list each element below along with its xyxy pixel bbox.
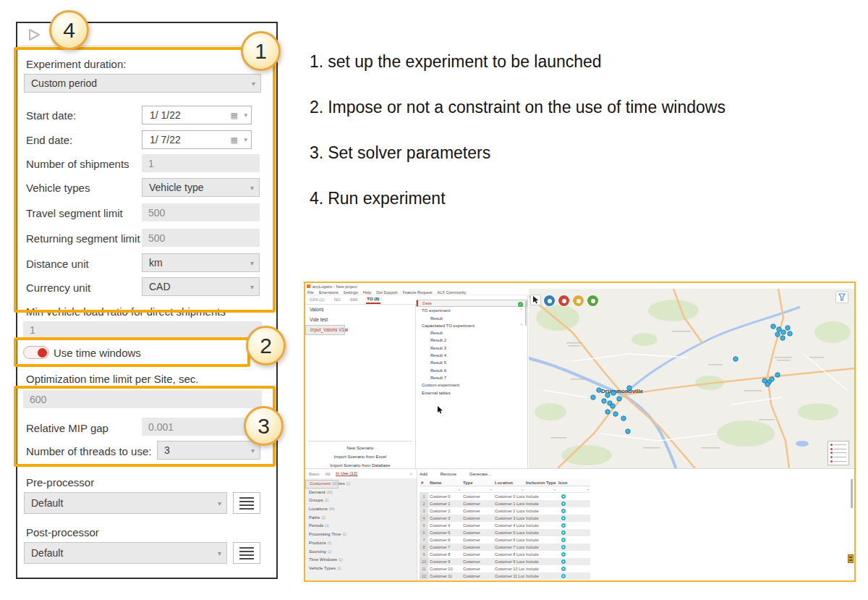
name-cell[interactable]: Customer 11 bbox=[428, 572, 461, 580]
scenario-item[interactable]: Input_Valoris V1 bbox=[305, 325, 345, 335]
type-cell[interactable]: Customer bbox=[461, 522, 493, 529]
tables-list-item[interactable]: Periods(1) bbox=[305, 522, 417, 531]
name-cell[interactable]: Customer 8 bbox=[428, 551, 461, 558]
tables-list-item[interactable]: Sourcing(1) bbox=[305, 548, 417, 557]
customer-marker[interactable] bbox=[770, 377, 774, 381]
customer-marker[interactable] bbox=[627, 386, 631, 390]
tables-list-item[interactable]: Paths(2) bbox=[305, 514, 417, 523]
customer-marker[interactable] bbox=[617, 397, 621, 401]
tables-list-item[interactable]: Locations(44) bbox=[305, 505, 417, 514]
location-cell[interactable]: Customer 1 Loca.. bbox=[493, 500, 524, 507]
map-show-suppliers-button[interactable] bbox=[573, 295, 584, 306]
map-show-paths-button[interactable] bbox=[587, 295, 598, 306]
location-cell[interactable]: Customer 2 Loca.. bbox=[493, 507, 524, 515]
filter-icon[interactable]: ▾ bbox=[522, 488, 523, 491]
map-show-dcs-button[interactable] bbox=[558, 295, 569, 306]
customer-marker[interactable] bbox=[613, 412, 618, 416]
table-row[interactable]: 6Customer 5CustomerCustomer 5 Loca..Incl… bbox=[420, 529, 590, 536]
location-cell[interactable]: Customer 7 Loca.. bbox=[493, 544, 524, 551]
name-cell[interactable]: Customer 0 bbox=[428, 493, 461, 500]
collapse-chevron-icon[interactable]: ⌃ bbox=[519, 307, 523, 314]
pre-processor-menu-button[interactable] bbox=[233, 492, 260, 514]
tables-list-item[interactable]: Vehicle Types(1) bbox=[305, 565, 417, 573]
column-filter-cell[interactable] bbox=[420, 486, 428, 493]
customer-marker[interactable] bbox=[771, 324, 775, 329]
scrollbar[interactable] bbox=[525, 301, 527, 326]
tree-item[interactable]: Result 3 bbox=[416, 345, 527, 352]
customer-marker[interactable] bbox=[626, 429, 630, 434]
table-row[interactable]: 12Customer 11CustomerCustomer 11 Loc..In… bbox=[420, 572, 590, 580]
table-toolbar-button[interactable]: Remove bbox=[441, 472, 456, 476]
tree-item[interactable]: Result bbox=[416, 329, 527, 337]
table-row[interactable]: 9Customer 8CustomerCustomer 8 Loca..Incl… bbox=[420, 551, 590, 558]
customer-marker[interactable] bbox=[733, 357, 738, 361]
map-show-customers-button[interactable] bbox=[544, 295, 555, 306]
type-cell[interactable]: Customer bbox=[461, 507, 493, 515]
customer-marker[interactable] bbox=[780, 336, 785, 340]
post-processor-select[interactable]: Default ▾ bbox=[24, 542, 227, 564]
min-load-input[interactable]: 1 bbox=[23, 321, 262, 339]
table-row[interactable]: 10Customer 9CustomerCustomer 9 Loca..Inc… bbox=[420, 558, 590, 565]
tree-item[interactable]: Result 7 bbox=[416, 374, 527, 381]
filter-icon[interactable]: ▾ bbox=[459, 488, 460, 491]
menu-item[interactable]: ALX Community bbox=[438, 290, 467, 295]
name-cell[interactable]: Customer 2 bbox=[428, 507, 461, 515]
inclusion-cell[interactable]: Include bbox=[524, 529, 557, 536]
tree-item[interactable]: Custom experiment bbox=[416, 381, 527, 389]
scenario-action-button[interactable]: New Scenario bbox=[305, 444, 415, 452]
type-cell[interactable]: Customer bbox=[461, 529, 493, 536]
menu-item[interactable]: Settings bbox=[344, 290, 358, 295]
search-icon[interactable]: ⌕ bbox=[409, 470, 412, 478]
table-row[interactable]: 8Customer 7CustomerCustomer 7 Loca..Incl… bbox=[420, 544, 590, 551]
name-cell[interactable]: Customer 5 bbox=[428, 529, 461, 536]
table-scope-tab[interactable]: All bbox=[326, 472, 331, 476]
column-header[interactable]: # bbox=[420, 479, 428, 486]
run-experiment-button[interactable] bbox=[27, 28, 41, 45]
post-processor-menu-button[interactable] bbox=[233, 542, 260, 564]
location-cell[interactable]: Customer 8 Loca.. bbox=[493, 551, 524, 558]
column-filter-cell[interactable]: ▾ bbox=[493, 486, 524, 493]
customer-marker[interactable] bbox=[775, 373, 780, 377]
inclusion-cell[interactable]: Include bbox=[524, 536, 557, 544]
name-cell[interactable]: Customer 7 bbox=[428, 544, 461, 551]
app-tab[interactable]: TO (8) bbox=[366, 295, 380, 304]
name-cell[interactable]: Customer 6 bbox=[428, 536, 461, 544]
type-cell[interactable]: Customer bbox=[461, 500, 493, 507]
column-header[interactable]: Type bbox=[461, 479, 493, 486]
table-row[interactable]: 3Customer 2CustomerCustomer 2 Loca..Incl… bbox=[420, 507, 590, 515]
location-cell[interactable]: Customer 9 Loca.. bbox=[493, 558, 524, 565]
table-scope-tab[interactable]: Basic bbox=[309, 472, 320, 476]
type-cell[interactable]: Customer bbox=[461, 544, 493, 551]
tree-item[interactable]: External tables bbox=[416, 389, 527, 397]
pre-processor-select[interactable]: Default ▾ bbox=[24, 492, 227, 514]
table-toolbar-button[interactable]: Generate... bbox=[469, 472, 491, 476]
tree-item[interactable]: Result 5 bbox=[416, 359, 527, 366]
map-filter-button[interactable] bbox=[835, 291, 848, 303]
customer-marker[interactable] bbox=[597, 388, 601, 392]
table-row[interactable]: 5Customer 4CustomerCustomer 4 Loca..Incl… bbox=[420, 522, 590, 529]
table-row[interactable]: 11Customer 10CustomerCustomer 10 Loc..In… bbox=[420, 565, 590, 572]
inclusion-cell[interactable]: Include bbox=[524, 522, 557, 529]
type-cell[interactable]: Customer bbox=[461, 572, 493, 580]
tables-list-item[interactable]: Customers(30) bbox=[305, 480, 339, 489]
menu-item[interactable]: Get Support bbox=[376, 290, 398, 295]
inclusion-cell[interactable]: Include bbox=[524, 572, 557, 580]
tree-item[interactable]: Result 4 bbox=[416, 352, 527, 359]
table-row[interactable]: 4Customer 3CustomerCustomer 3 Loca..Incl… bbox=[420, 515, 590, 522]
inclusion-cell[interactable]: Include bbox=[524, 515, 557, 522]
tree-item[interactable]: Result bbox=[416, 315, 527, 322]
type-cell[interactable]: Customer bbox=[461, 558, 493, 565]
menu-item[interactable]: File bbox=[307, 290, 314, 295]
column-header[interactable]: Location bbox=[493, 479, 524, 486]
tree-item[interactable]: Capacitated TO experiment⌃ bbox=[416, 322, 527, 329]
column-filter-cell[interactable]: ▾ bbox=[428, 486, 461, 493]
tables-list-item[interactable]: Products(1) bbox=[305, 539, 417, 548]
filter-icon[interactable]: ▾ bbox=[587, 488, 589, 491]
inclusion-cell[interactable]: Include bbox=[524, 544, 557, 551]
column-filter-cell[interactable]: ▾ bbox=[461, 486, 493, 493]
scenario-action-button[interactable]: Import Scenario from Excel bbox=[305, 452, 415, 461]
scenario-item[interactable]: Valoris bbox=[305, 305, 415, 315]
inclusion-cell[interactable]: Include bbox=[524, 500, 557, 507]
tables-list-item[interactable]: Demand(30) bbox=[305, 489, 417, 497]
customer-marker[interactable] bbox=[611, 391, 616, 395]
